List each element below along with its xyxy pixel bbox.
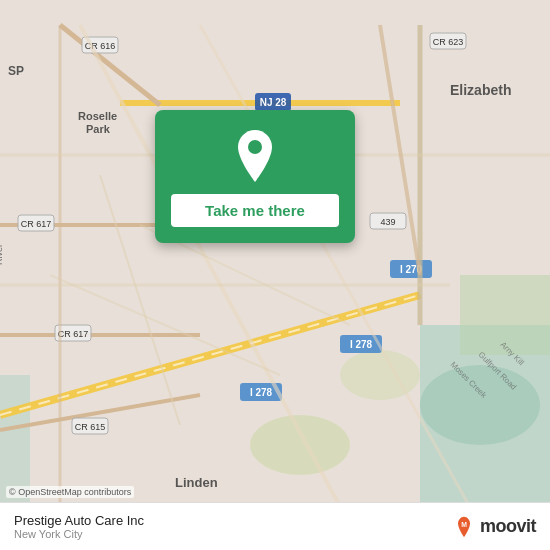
svg-point-1 — [420, 365, 540, 445]
map-container: I 278 I 278 NJ 28 I 270 CR 616 CR 617 CR… — [0, 0, 550, 550]
moovit-text: moovit — [480, 516, 536, 537]
svg-point-3 — [250, 415, 350, 475]
svg-text:Roselle: Roselle — [78, 110, 117, 122]
svg-text:CR 617: CR 617 — [58, 329, 89, 339]
svg-text:CR 617: CR 617 — [21, 219, 52, 229]
bottom-bar: Prestige Auto Care Inc New York City M m… — [0, 502, 550, 550]
svg-text:Elizabeth: Elizabeth — [450, 82, 511, 98]
place-subtitle: New York City — [14, 528, 144, 540]
svg-text:SP: SP — [8, 64, 24, 78]
svg-line-39 — [380, 25, 420, 275]
svg-text:NJ 28: NJ 28 — [260, 97, 287, 108]
svg-text:I 278: I 278 — [250, 387, 273, 398]
svg-text:M: M — [461, 520, 467, 527]
place-info: Prestige Auto Care Inc New York City — [14, 513, 144, 540]
svg-text:Park: Park — [86, 123, 111, 135]
action-card: Take me there — [155, 110, 355, 243]
svg-text:439: 439 — [380, 217, 395, 227]
svg-text:CR 623: CR 623 — [433, 37, 464, 47]
take-me-there-button[interactable]: Take me there — [171, 194, 339, 227]
svg-text:Linden: Linden — [175, 475, 218, 490]
svg-text:River: River — [0, 244, 4, 265]
moovit-logo: M moovit — [452, 515, 536, 539]
moovit-logo-icon: M — [452, 515, 476, 539]
osm-credit: © OpenStreetMap contributors — [6, 486, 134, 498]
svg-text:I 278: I 278 — [350, 339, 373, 350]
svg-text:CR 615: CR 615 — [75, 422, 106, 432]
place-title: Prestige Auto Care Inc — [14, 513, 144, 528]
svg-point-4 — [340, 350, 420, 400]
svg-point-52 — [248, 140, 262, 154]
location-pin-icon — [233, 130, 277, 182]
map-roads: I 278 I 278 NJ 28 I 270 CR 616 CR 617 CR… — [0, 0, 550, 550]
